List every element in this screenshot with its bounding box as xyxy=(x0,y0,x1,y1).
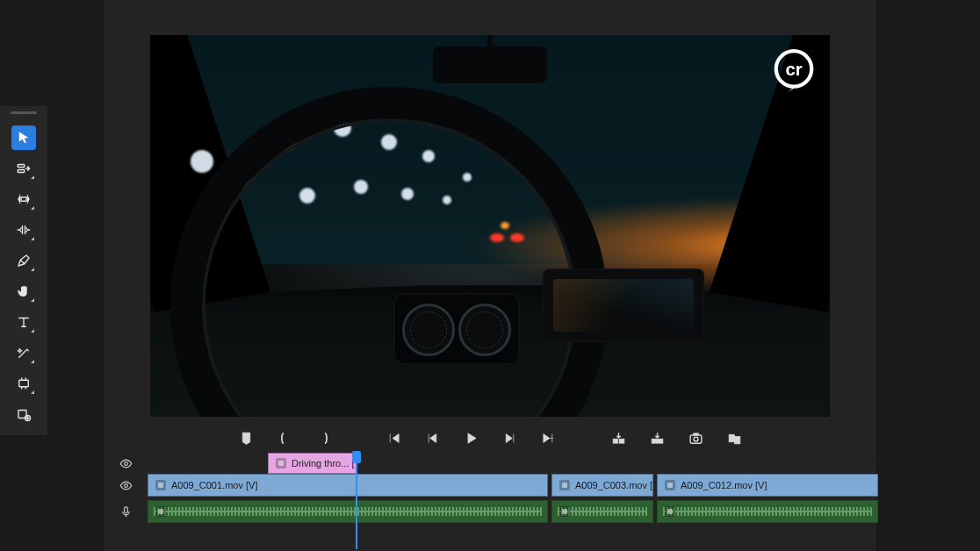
audio-clip[interactable] xyxy=(148,500,548,523)
title-track-row: Driving thro... [V] xyxy=(104,453,876,474)
clip-thumb-icon xyxy=(665,480,675,490)
comparison-view-button[interactable] xyxy=(724,428,744,447)
remix-tool[interactable] xyxy=(11,340,36,365)
track-visibility-toggle[interactable] xyxy=(104,457,148,470)
audio-track[interactable] xyxy=(148,500,876,523)
svg-rect-2 xyxy=(21,197,26,202)
clip-thumb-icon xyxy=(559,506,570,517)
ripple-edit-tool[interactable] xyxy=(11,187,36,211)
timeline[interactable]: Driving thro... [V] A009_C001.mov [V]A00… xyxy=(104,453,876,523)
audio-track-row xyxy=(104,500,876,523)
clip-thumb-icon xyxy=(276,458,286,469)
track-voiceover-toggle[interactable] xyxy=(104,505,148,519)
clip-thumb-icon xyxy=(155,506,166,517)
track-select-tool[interactable] xyxy=(11,156,36,181)
svg-rect-1 xyxy=(18,170,25,173)
video-track-row: A009_C001.mov [V]A009_C003.mov [V]A009_C… xyxy=(104,474,876,497)
clip-thumb-icon xyxy=(155,480,166,490)
microphone-icon xyxy=(119,505,133,519)
watermark-logo: cr xyxy=(770,47,818,95)
eye-icon xyxy=(119,479,133,492)
svg-rect-18 xyxy=(124,506,127,512)
clip-thumb-icon xyxy=(665,506,675,517)
clip-label: A009_C003.mov [V] xyxy=(575,480,653,490)
insert-button[interactable] xyxy=(609,428,628,447)
clip-thumb-icon xyxy=(559,480,570,490)
tools-toolbar xyxy=(0,106,47,435)
svg-rect-3 xyxy=(19,380,29,387)
video-track[interactable]: A009_C001.mov [V]A009_C003.mov [V]A009_C… xyxy=(148,474,876,497)
svg-rect-0 xyxy=(18,165,25,168)
pen-tool[interactable] xyxy=(11,248,36,273)
selection-tool[interactable] xyxy=(11,125,36,150)
svg-rect-11 xyxy=(690,434,702,442)
svg-point-12 xyxy=(694,437,698,441)
step-back-button[interactable] xyxy=(422,428,442,447)
program-monitor[interactable]: cr xyxy=(150,35,830,417)
hand-tool[interactable] xyxy=(11,279,36,304)
mark-out-button[interactable] xyxy=(313,428,333,447)
go-to-in-button[interactable] xyxy=(384,428,403,447)
svg-point-16 xyxy=(124,462,127,465)
title-track[interactable]: Driving thro... [V] xyxy=(148,453,876,474)
svg-rect-14 xyxy=(729,434,734,442)
svg-rect-15 xyxy=(734,436,739,444)
clip-label: A009_C012.mov [V] xyxy=(681,480,767,490)
export-frame-button[interactable] xyxy=(686,428,705,447)
svg-rect-10 xyxy=(652,439,663,443)
video-clip[interactable]: A009_C003.mov [V] xyxy=(551,474,653,497)
step-forward-button[interactable] xyxy=(500,428,519,447)
go-to-out-button[interactable] xyxy=(538,428,558,447)
video-editor-app: cr Driving thro... [V] xyxy=(0,0,980,551)
type-tool[interactable] xyxy=(11,310,36,334)
overwrite-button[interactable] xyxy=(647,428,667,447)
video-clip[interactable]: A009_C012.mov [V] xyxy=(657,474,878,497)
slip-tool[interactable] xyxy=(11,371,36,396)
audio-clip[interactable] xyxy=(657,500,878,523)
clip-label: A009_C001.mov [V] xyxy=(171,480,257,490)
svg-rect-8 xyxy=(613,439,618,443)
svg-text:cr: cr xyxy=(785,60,802,79)
mark-in-button[interactable] xyxy=(275,428,294,447)
add-edit-tool[interactable] xyxy=(11,402,36,426)
transport-controls xyxy=(150,426,830,450)
clip-label: Driving thro... [V] xyxy=(292,458,357,469)
add-marker-button[interactable] xyxy=(236,428,256,447)
svg-rect-13 xyxy=(693,433,698,434)
title-clip[interactable]: Driving thro... [V] xyxy=(268,453,357,474)
play-button[interactable] xyxy=(461,428,480,447)
eye-icon xyxy=(119,457,133,470)
track-visibility-toggle[interactable] xyxy=(104,479,148,492)
rate-stretch-tool[interactable] xyxy=(11,218,36,242)
svg-point-17 xyxy=(124,483,127,487)
audio-clip[interactable] xyxy=(551,500,653,523)
svg-rect-9 xyxy=(619,439,624,443)
video-clip[interactable]: A009_C001.mov [V] xyxy=(148,474,548,497)
toolbar-grip[interactable] xyxy=(11,111,37,114)
